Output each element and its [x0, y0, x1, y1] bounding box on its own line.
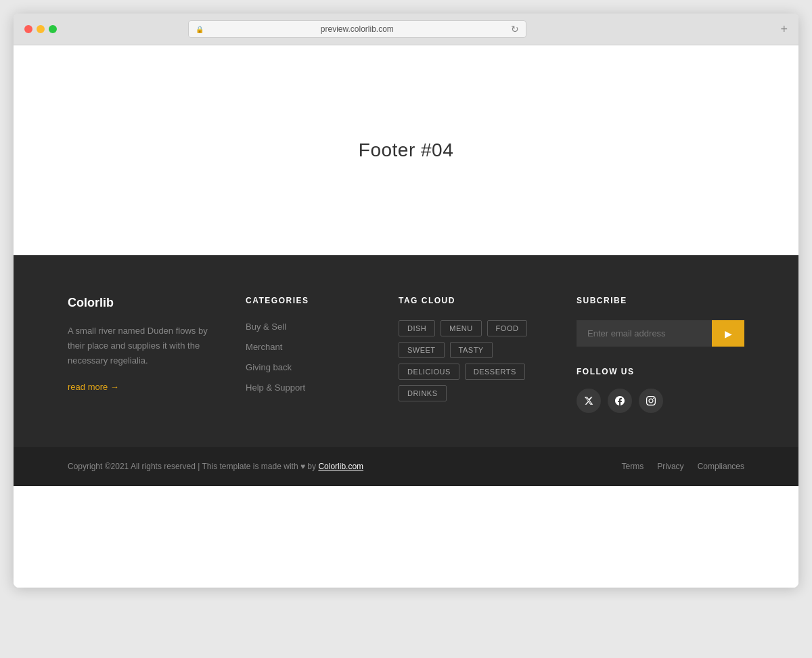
- url-bar[interactable]: 🔒 preview.colorlib.com ↻: [188, 20, 526, 38]
- compliances-link[interactable]: Compliances: [698, 462, 744, 471]
- maximize-button[interactable]: [49, 25, 57, 33]
- send-icon: ▶: [725, 328, 732, 339]
- colorlib-link[interactable]: Colorlib.com: [318, 462, 363, 471]
- window-controls: [24, 25, 57, 33]
- page-content: Footer #04 Colorlib A small river named …: [14, 45, 798, 588]
- lock-icon: 🔒: [196, 26, 204, 33]
- footer-brand-column: Colorlib A small river named Duden flows…: [68, 296, 219, 413]
- footer-categories-column: CATEGORIES Buy & Sell Merchant Giving ba…: [246, 296, 371, 413]
- terms-link[interactable]: Terms: [622, 462, 644, 471]
- list-item: Help & Support: [246, 381, 371, 393]
- subscribe-button[interactable]: ▶: [712, 320, 744, 347]
- category-link-merchant[interactable]: Merchant: [246, 342, 282, 352]
- tag-desserts[interactable]: DESSERTS: [465, 364, 525, 380]
- footer-main: Colorlib A small river named Duden flows…: [14, 255, 798, 447]
- facebook-icon[interactable]: [608, 389, 632, 413]
- category-link-help-support[interactable]: Help & Support: [246, 382, 305, 393]
- tag-cloud: DISH MENU FOOD SWEET TASTY DELICIOUS DES…: [399, 320, 549, 401]
- footer-tagcloud-column: TAG CLOUD DISH MENU FOOD SWEET TASTY DEL…: [399, 296, 549, 413]
- footer-bottom: Copyright ©2021 All rights reserved | Th…: [14, 447, 798, 486]
- close-button[interactable]: [24, 25, 32, 33]
- page-title: Footer #04: [359, 139, 453, 161]
- browser-titlebar: 🔒 preview.colorlib.com ↻ +: [14, 14, 798, 45]
- list-item: Buy & Sell: [246, 320, 371, 332]
- twitter-icon[interactable]: [577, 389, 601, 413]
- copyright-base: Copyright ©2021 All rights reserved | Th…: [68, 462, 316, 471]
- privacy-link[interactable]: Privacy: [657, 462, 683, 471]
- url-text: preview.colorlib.com: [208, 24, 507, 34]
- footer-subscribe-column: SUBCRIBE ▶ FOLLOW US: [577, 296, 744, 413]
- instagram-icon[interactable]: [639, 389, 663, 413]
- tag-menu[interactable]: MENU: [441, 320, 481, 336]
- email-input[interactable]: [577, 320, 712, 347]
- legal-links: Terms Privacy Compliances: [622, 462, 744, 471]
- tag-drinks[interactable]: DRINKS: [399, 385, 447, 401]
- tag-tasty[interactable]: TASTY: [450, 342, 493, 358]
- tag-food[interactable]: FOOD: [487, 320, 528, 336]
- footer-columns: Colorlib A small river named Duden flows…: [68, 296, 744, 413]
- category-link-giving-back[interactable]: Giving back: [246, 362, 292, 372]
- tag-delicious[interactable]: DELICIOUS: [399, 364, 459, 380]
- main-area: Footer #04: [14, 45, 798, 255]
- list-item: Giving back: [246, 361, 371, 373]
- subscribe-heading: SUBCRIBE: [577, 296, 744, 305]
- brand-description: A small river named Duden flows by their…: [68, 324, 219, 368]
- list-item: Merchant: [246, 341, 371, 353]
- add-tab-button[interactable]: +: [780, 22, 788, 37]
- categories-heading: CATEGORIES: [246, 296, 371, 305]
- copyright-text: Copyright ©2021 All rights reserved | Th…: [68, 462, 363, 471]
- tag-dish[interactable]: DISH: [399, 320, 435, 336]
- minimize-button[interactable]: [37, 25, 45, 33]
- read-more-link[interactable]: read more →: [68, 382, 119, 392]
- category-link-buy-sell[interactable]: Buy & Sell: [246, 322, 286, 332]
- follow-us-heading: FOLLOW US: [577, 367, 744, 376]
- brand-name: Colorlib: [68, 296, 219, 310]
- social-icons: [577, 389, 744, 413]
- browser-window: 🔒 preview.colorlib.com ↻ + Footer #04 Co…: [14, 14, 798, 588]
- bottom-area: [14, 486, 798, 588]
- subscribe-form: ▶: [577, 320, 744, 347]
- categories-list: Buy & Sell Merchant Giving back Help & S…: [246, 320, 371, 393]
- tag-sweet[interactable]: SWEET: [399, 342, 445, 358]
- tagcloud-heading: TAG CLOUD: [399, 296, 549, 305]
- refresh-icon[interactable]: ↻: [511, 24, 519, 35]
